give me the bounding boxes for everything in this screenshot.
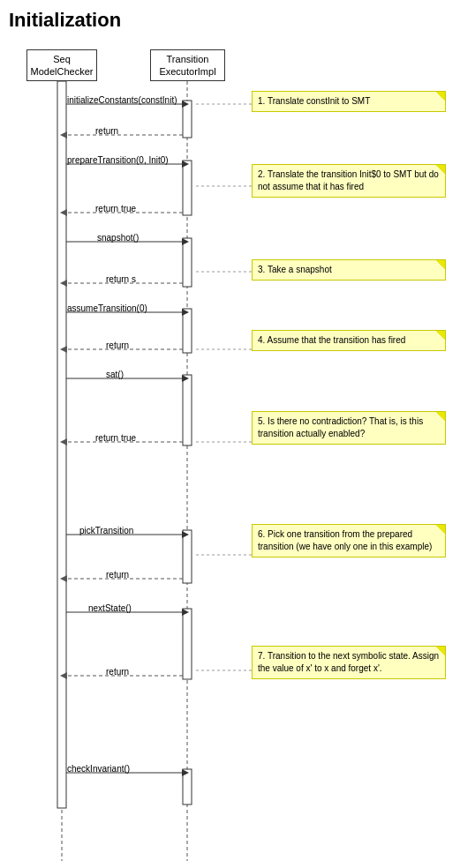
note-1: 1. Translate constInit to SMT <box>252 91 446 112</box>
note-5: 5. Is there no contradiction? That is, i… <box>252 411 446 445</box>
msg-return-true-2: return true <box>95 433 136 443</box>
msg-return-1: return <box>95 126 118 136</box>
svg-rect-8 <box>183 530 192 583</box>
msg-sat: sat() <box>106 370 124 379</box>
svg-rect-4 <box>183 161 192 215</box>
lifeline-trans: Transition ExecutorImpl <box>150 49 225 81</box>
msg-return-3: return <box>106 570 129 580</box>
note-2: 2. Translate the transition Init$0 to SM… <box>252 164 446 198</box>
svg-rect-3 <box>183 101 192 138</box>
svg-marker-34 <box>60 575 67 582</box>
svg-rect-10 <box>183 769 192 804</box>
msg-return-4: return <box>106 667 129 677</box>
svg-rect-2 <box>57 81 66 808</box>
msg-return-s: return s <box>106 274 136 284</box>
svg-rect-5 <box>183 238 192 287</box>
svg-marker-30 <box>60 438 67 445</box>
msg-return-2: return <box>106 340 129 350</box>
lifeline-seq: Seq ModelChecker <box>26 49 97 81</box>
svg-marker-38 <box>60 672 67 679</box>
msg-nextState: nextState() <box>88 603 132 613</box>
page-title: Initialization <box>0 0 460 37</box>
svg-rect-9 <box>183 609 192 679</box>
svg-marker-40 <box>182 769 189 776</box>
msg-initializeConstants: initializeConstants(constInit) <box>67 95 177 105</box>
msg-assumeTransition: assumeTransition(0) <box>67 303 147 313</box>
note-7: 7. Transition to the next symbolic state… <box>252 646 446 679</box>
svg-rect-6 <box>183 309 192 353</box>
msg-pickTransition: pickTransition <box>79 526 133 535</box>
msg-prepareTransition: prepareTransition(0, Init0) <box>67 155 169 165</box>
note-4: 4. Assume that the transition has fired <box>252 330 446 351</box>
svg-marker-14 <box>60 131 67 138</box>
note-3: 3. Take a snapshot <box>252 259 446 281</box>
diagram-area: Seq ModelChecker Transition ExecutorImpl… <box>0 41 460 861</box>
svg-marker-18 <box>60 209 67 216</box>
msg-checkInvariant: checkInvariant() <box>67 764 130 774</box>
svg-marker-22 <box>60 280 67 287</box>
svg-marker-20 <box>182 238 189 245</box>
svg-marker-36 <box>182 609 189 616</box>
msg-return-true-1: return true <box>95 204 136 213</box>
svg-marker-26 <box>60 346 67 353</box>
svg-marker-32 <box>182 531 189 538</box>
svg-marker-16 <box>182 161 189 168</box>
svg-rect-7 <box>183 375 192 445</box>
svg-marker-12 <box>182 101 189 108</box>
msg-snapshot: snapshot() <box>97 233 139 243</box>
svg-marker-28 <box>182 375 189 382</box>
svg-marker-24 <box>182 309 189 316</box>
note-6: 6. Pick one transition from the prepared… <box>252 524 446 557</box>
